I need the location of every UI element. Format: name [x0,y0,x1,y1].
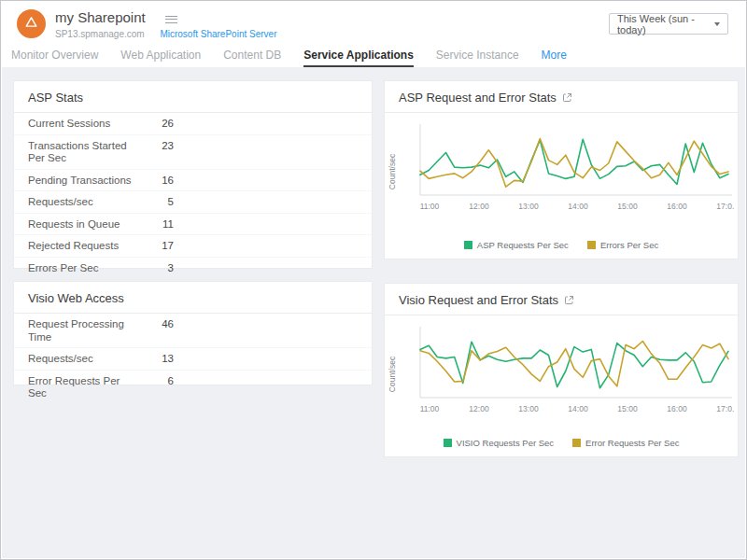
panel-title: Visio Web Access [14,282,372,314]
legend-label: VISIO Requests Per Sec [457,438,555,448]
tab-web-application[interactable]: Web Application [120,45,201,67]
tab-content-db[interactable]: Content DB [223,45,281,67]
stat-label: Rejected Requests [28,240,140,253]
stat-label: Errors Per Sec [28,262,140,275]
chart-area[interactable]: Count/sec 11:0012:0013:0014:0015:0016:00… [385,113,738,259]
legend-label: Errors Per Sec [600,240,658,250]
svg-text:11:00: 11:00 [420,202,440,211]
chart-title: ASP Request and Error Stats [399,91,557,105]
svg-text:17:0..: 17:0.. [716,202,734,211]
monitor-type-link[interactable]: Microsoft SharePoint Server [160,29,276,39]
hamburger-icon[interactable] [165,13,177,25]
stat-label: Pending Transactions [28,175,140,188]
line-chart[interactable]: 11:0012:0013:0014:0015:0016:0017:0.. [400,120,734,219]
monitor-status-badge [17,9,46,38]
monitor-host: SP13.spmanage.com Microsoft SharePoint S… [55,29,276,39]
legend-swatch [444,439,452,447]
stat-label: Requests/sec [28,353,140,366]
stat-value: 17 [140,240,174,253]
legend-label: ASP Requests Per Sec [477,240,569,250]
svg-text:15:00: 15:00 [617,202,638,211]
tab-bar: Monitor Overview Web Application Content… [2,45,745,67]
svg-text:14:00: 14:00 [568,404,588,413]
svg-text:12:00: 12:00 [469,202,489,211]
stat-row: Request Processing Time 46 [14,314,372,348]
legend-item[interactable]: Errors Per Sec [587,240,658,250]
stat-label: Requests in Queue [28,218,140,231]
svg-text:13:00: 13:00 [518,404,539,413]
legend-swatch [572,439,581,447]
stat-value: 23 [140,140,174,153]
stat-row: Transactions Started Per Sec 23 [14,135,372,170]
time-range-dropdown[interactable]: This Week (sun - today) [609,13,728,35]
legend-label: Error Requests Per Sec [585,438,679,448]
stat-label: Transactions Started Per Sec [28,140,140,165]
svg-text:13:00: 13:00 [518,202,539,211]
stat-label: Current Sessions [28,118,140,131]
svg-text:16:00: 16:00 [667,202,687,211]
stat-row: Requests in Queue 11 [14,214,372,236]
asp-stats-panel: ASP Stats Current Sessions 26 Transactio… [13,80,373,269]
open-in-new-icon[interactable] [562,92,572,103]
stat-row: Requests/sec 13 [14,348,372,371]
stat-row: Requests/sec 5 [14,191,372,214]
stat-value: 3 [140,262,174,275]
svg-text:17:0..: 17:0.. [716,404,734,413]
stat-row: Rejected Requests 17 [14,235,372,258]
host-name: SP13.spmanage.com [55,29,145,39]
stat-value: 46 [140,318,174,331]
chart-legend: VISIO Requests Per Sec Error Requests Pe… [385,438,738,448]
asp-request-error-chart-panel: ASP Request and Error Stats Count/sec 11… [384,80,739,259]
stat-value: 13 [140,353,174,366]
svg-text:16:00: 16:00 [667,404,687,413]
tab-service-applications[interactable]: Service Applications [303,45,414,67]
svg-text:11:00: 11:00 [420,404,440,413]
stat-row: Errors Per Sec 3 [14,258,372,279]
header: my Sharepoint SP13.spmanage.com Microsof… [2,1,745,45]
open-in-new-icon[interactable] [564,295,574,305]
stat-value: 6 [140,375,174,388]
chart-area[interactable]: Count/sec 11:0012:0013:0014:0015:0016:00… [385,315,738,457]
legend-swatch [464,241,472,249]
time-range-value: This Week (sun - today) [617,13,714,35]
stat-label: Requests/sec [28,196,140,209]
chart-legend: ASP Requests Per Sec Errors Per Sec [385,240,738,250]
stat-value: 16 [140,175,174,188]
tab-monitor-overview[interactable]: Monitor Overview [11,45,98,67]
visio-request-error-chart-panel: Visio Request and Error Stats Count/sec … [384,283,739,457]
tab-more[interactable]: More [542,45,567,67]
y-axis-label: Count/sec [388,144,397,200]
legend-item[interactable]: ASP Requests Per Sec [464,240,569,250]
stat-value: 26 [140,118,174,131]
stat-row: Pending Transactions 16 [14,170,372,192]
legend-item[interactable]: VISIO Requests Per Sec [444,438,555,448]
warning-triangle-icon [23,14,39,34]
line-chart[interactable]: 11:0012:0013:0014:0015:0016:0017:0.. [400,323,734,422]
page-title: my Sharepoint [55,9,146,25]
svg-text:12:00: 12:00 [469,404,489,413]
y-axis-label: Count/sec [388,346,397,402]
tab-service-instance[interactable]: Service Instance [436,45,519,67]
stat-label: Request Processing Time [28,318,140,343]
chart-title: Visio Request and Error Stats [399,293,558,307]
stat-row: Error Requests Per Sec 6 [14,371,372,404]
panel-title: ASP Stats [14,81,372,113]
visio-web-access-panel: Visio Web Access Request Processing Time… [13,281,373,385]
app-window: my Sharepoint SP13.spmanage.com Microsof… [0,0,747,560]
dashboard-content: ASP Stats Current Sessions 26 Transactio… [2,67,745,558]
stat-label: Error Requests Per Sec [28,375,140,400]
stat-value: 5 [140,196,174,209]
legend-item[interactable]: Error Requests Per Sec [572,438,679,448]
stat-row: Current Sessions 26 [14,113,372,135]
legend-swatch [587,241,596,249]
svg-text:14:00: 14:00 [568,202,588,211]
chevron-down-icon [714,22,720,26]
stat-value: 11 [140,218,174,231]
svg-text:15:00: 15:00 [617,404,638,413]
